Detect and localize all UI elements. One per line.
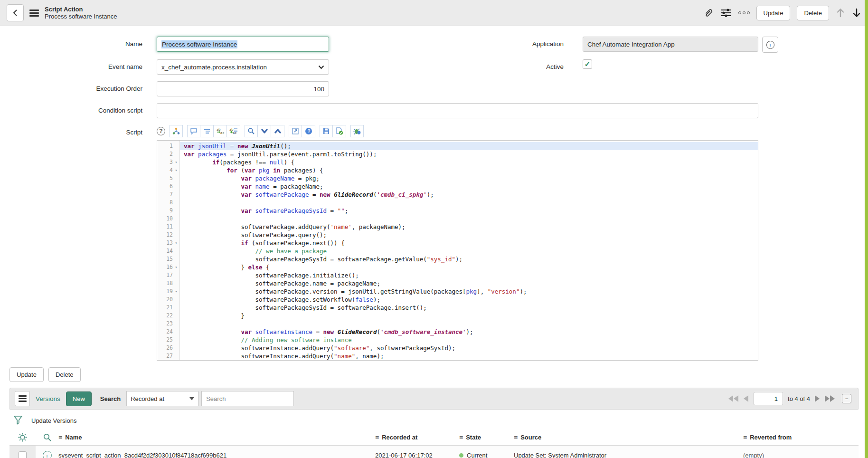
code-line[interactable]: var softwarePackage = new GlideRecord('c… (180, 191, 758, 199)
code-line[interactable]: var packageName = pkg; (180, 174, 758, 182)
code-line[interactable]: if (softwarePackage.next()) { (180, 239, 758, 247)
field-help-icon[interactable]: ? (157, 127, 165, 135)
column-header-source[interactable]: ≡ Source (514, 434, 743, 441)
attachment-button[interactable] (703, 8, 714, 18)
versions-tab[interactable]: Versions (36, 395, 60, 402)
column-header-name[interactable]: ≡ Name (58, 434, 375, 441)
column-menu-icon[interactable]: ≡ (743, 434, 747, 441)
line-number[interactable]: 1 (157, 142, 179, 150)
syntax-field-button[interactable] (170, 125, 183, 137)
code-line[interactable] (180, 320, 758, 328)
code-line[interactable]: softwareInstance.addQuery("software", so… (180, 344, 758, 352)
find-next-button[interactable] (258, 125, 271, 137)
more-options-button[interactable] (738, 11, 750, 14)
execution-order-field[interactable]: 100 (157, 81, 329, 96)
line-number[interactable]: 13▾ (157, 239, 179, 247)
line-number[interactable]: 4▾ (157, 166, 179, 174)
line-number[interactable]: 14 (157, 247, 179, 255)
open-editor-button[interactable] (289, 125, 302, 137)
footer-update-button[interactable]: Update (9, 367, 44, 382)
search-field-select[interactable]: Recorded at (126, 391, 198, 406)
line-number[interactable]: 21 (157, 304, 179, 312)
line-number[interactable]: 16▾ (157, 263, 179, 271)
code-line[interactable]: } (180, 312, 758, 320)
code-line[interactable]: softwareInstance.addQuery("name", name); (180, 352, 758, 360)
new-version-button[interactable]: New (66, 391, 92, 406)
line-number[interactable]: 23 (157, 320, 179, 328)
row-source-link[interactable]: Update Set: System Administrator (514, 452, 606, 458)
code-line[interactable]: // we have a package (180, 247, 758, 255)
page-number-input[interactable] (754, 392, 783, 405)
code-line[interactable]: var softwarePackageSysId = ""; (180, 207, 758, 215)
line-number[interactable]: 8 (157, 199, 179, 207)
line-number[interactable]: 20 (157, 296, 179, 304)
line-number[interactable]: 10 (157, 215, 179, 223)
row-info-icon[interactable]: i (43, 451, 52, 458)
code-line[interactable]: var packages = jsonUtil.parse(event.parm… (180, 150, 758, 158)
code-line[interactable]: for (var pkg in packages) { (180, 166, 758, 174)
editor-search-button[interactable] (245, 125, 258, 137)
active-checkbox[interactable]: ✓ (583, 59, 592, 69)
syntax-check-button[interactable] (333, 125, 346, 137)
next-page-button[interactable] (815, 395, 820, 402)
column-menu-icon[interactable]: ≡ (375, 434, 379, 441)
header-update-button[interactable]: Update (756, 6, 791, 20)
name-field[interactable]: Process software Instance (157, 37, 329, 52)
replace-button[interactable]: ab ac (214, 125, 227, 137)
code-line[interactable] (180, 199, 758, 207)
line-number[interactable]: 19▾ (157, 287, 179, 296)
column-menu-icon[interactable]: ≡ (58, 434, 62, 441)
column-menu-icon[interactable]: ≡ (459, 434, 463, 441)
column-menu-icon[interactable]: ≡ (514, 434, 518, 441)
replace-all-button[interactable]: ab ac (227, 125, 240, 137)
context-menu-icon[interactable] (29, 10, 39, 17)
code-line[interactable]: var softwareInstance = new GlideRecord('… (180, 328, 758, 336)
column-header-reverted-from[interactable]: ≡ Reverted from (743, 434, 859, 441)
last-page-button[interactable] (825, 395, 835, 402)
editor-code[interactable]: var jsonUtil = new JsonUtil();var packag… (180, 141, 758, 360)
footer-delete-button[interactable]: Delete (48, 367, 81, 382)
list-settings-gear-icon[interactable] (18, 433, 27, 442)
back-button[interactable] (7, 4, 24, 21)
line-number[interactable]: 2 (157, 150, 179, 158)
line-number[interactable]: 6 (157, 182, 179, 191)
header-delete-button[interactable]: Delete (797, 6, 829, 20)
code-line[interactable]: } else { (180, 263, 758, 271)
line-number[interactable]: 3▾ (157, 158, 179, 166)
event-name-select[interactable]: x_chef_automate.process.installation (157, 59, 329, 75)
code-line[interactable]: softwarePackage.query(); (180, 231, 758, 239)
line-number[interactable]: 7 (157, 191, 179, 199)
code-line[interactable]: softwarePackageSysId = softwarePackage.g… (180, 255, 758, 263)
code-line[interactable]: softwarePackage.version = jsonUtil.getSt… (180, 287, 758, 296)
debug-button[interactable] (350, 125, 364, 137)
code-line[interactable]: softwarePackage.name = packageName; (180, 279, 758, 287)
personalize-form-button[interactable] (720, 8, 732, 18)
previous-page-button[interactable] (744, 395, 749, 402)
line-number[interactable]: 26 (157, 344, 179, 352)
column-header-recorded-at[interactable]: ≡ Recorded at (375, 434, 459, 441)
toggle-comment-button[interactable] (187, 125, 200, 137)
application-info-button[interactable]: i (762, 37, 778, 53)
code-line[interactable]: // Adding new software instance (180, 336, 758, 344)
list-search-input[interactable] (201, 391, 294, 406)
line-number[interactable]: 25 (157, 336, 179, 344)
row-checkbox[interactable] (19, 451, 27, 458)
code-line[interactable]: softwarePackage.setWorkflow(false); (180, 296, 758, 304)
line-number[interactable]: 15 (157, 255, 179, 263)
code-line[interactable]: var name = packageName; (180, 182, 758, 191)
next-record-button[interactable] (852, 8, 861, 18)
line-number[interactable]: 12 (157, 231, 179, 239)
code-line[interactable]: softwarePackage.initialize(); (180, 271, 758, 279)
format-code-button[interactable] (200, 125, 214, 137)
code-line[interactable]: var jsonUtil = new JsonUtil(); (180, 142, 758, 150)
find-previous-button[interactable] (271, 125, 284, 137)
code-line[interactable]: softwarePackageSysId = softwarePackage.i… (180, 304, 758, 312)
editor-help-button[interactable]: ? (302, 125, 315, 137)
line-number[interactable]: 5 (157, 174, 179, 182)
line-number[interactable]: 24 (157, 328, 179, 336)
code-line[interactable]: if(packages !== null) { (180, 158, 758, 166)
previous-record-button[interactable] (836, 8, 845, 18)
filter-funnel-icon[interactable] (13, 415, 23, 426)
script-editor[interactable]: 123▾4▾5678910111213▾141516▾171819▾202122… (157, 140, 758, 361)
line-number[interactable]: 22 (157, 312, 179, 320)
